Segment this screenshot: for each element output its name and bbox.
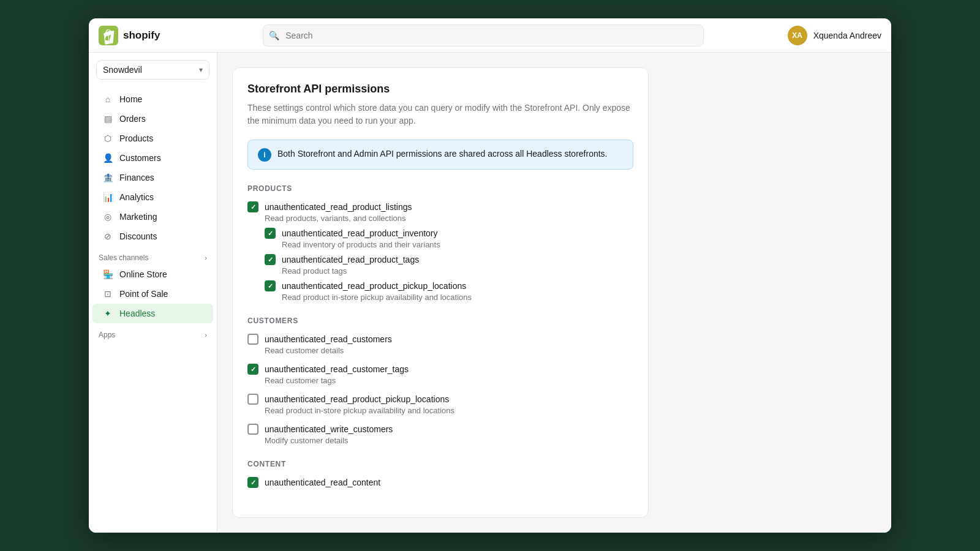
permission-name-read-customer-tags: unauthenticated_read_customer_tags [265,364,409,374]
store-name: Snowdevil [103,65,142,75]
finances-icon: 🏦 [102,172,113,183]
shopify-logo-icon [99,26,118,45]
sidebar-item-analytics[interactable]: 📊 Analytics [92,187,213,207]
sidebar-item-marketing-label: Marketing [119,212,157,222]
sidebar-item-point-of-sale-label: Point of Sale [119,289,168,299]
sidebar-item-online-store-label: Online Store [119,269,167,279]
checkbox-read-product-listings[interactable] [247,201,258,212]
permission-name-read-pickup-customers: unauthenticated_read_product_pickup_loca… [265,394,449,404]
customers-section-title: CUSTOMERS [247,317,633,325]
apps-chevron-icon: › [205,331,207,339]
products-icon: ⬡ [102,133,113,144]
home-icon: ⌂ [102,94,113,105]
logo-area: shopify [99,26,221,45]
content-section-title: CONTENT [247,460,633,468]
headless-icon: ✦ [102,308,113,319]
search-bar[interactable]: 🔍 [263,24,704,47]
permission-sub-read-product-tags: unauthenticated_read_product_tags [265,254,633,265]
pos-icon: ⊡ [102,288,113,299]
permission-name-read-content: unauthenticated_read_content [265,478,380,487]
sidebar-item-analytics-label: Analytics [119,192,154,202]
marketing-icon: ◎ [102,211,113,222]
permission-name-read-product-inventory: unauthenticated_read_product_inventory [282,228,438,238]
sidebar-item-online-store[interactable]: 🏪 Online Store [92,264,213,284]
sidebar-item-point-of-sale[interactable]: ⊡ Point of Sale [92,284,213,304]
permission-name-read-product-pickup: unauthenticated_read_product_pickup_loca… [282,281,466,291]
checkbox-read-product-tags[interactable] [265,254,276,265]
sidebar-item-customers[interactable]: 👤 Customers [92,148,213,168]
permission-desc-read-product-listings: Read products, variants, and collections [265,214,633,223]
checkbox-read-content[interactable] [247,477,258,488]
main-layout: Snowdevil ▾ ⌂ Home ▤ Orders ⬡ Products 👤… [89,53,891,533]
sidebar-item-marketing[interactable]: ◎ Marketing [92,207,213,227]
checkbox-read-product-inventory[interactable] [265,228,276,239]
permission-main-read-product-listings: unauthenticated_read_product_listings [247,201,633,212]
permission-name-read-product-listings: unauthenticated_read_product_listings [265,202,412,212]
info-banner-text: Both Storefront and Admin API permission… [277,148,608,160]
analytics-icon: 📊 [102,192,113,203]
chevron-down-icon: ▾ [199,66,203,74]
info-banner: i Both Storefront and Admin API permissi… [247,140,633,170]
topbar: shopify 🔍 XA Xquenda Andreev [89,18,891,53]
permission-desc-read-product-inventory: Read inventory of products and their var… [282,240,633,249]
permission-desc-read-customer-tags: Read customer tags [265,376,633,385]
permission-item-read-customer-tags: unauthenticated_read_customer_tags Read … [247,364,633,385]
checkbox-read-pickup-customers[interactable] [247,394,258,405]
permission-name-read-customers: unauthenticated_read_customers [265,334,392,344]
permission-desc-read-product-tags: Read product tags [282,266,633,276]
sidebar-item-home-label: Home [119,94,142,104]
sales-channels-chevron-icon: › [205,254,207,261]
sidebar-item-discounts[interactable]: ⊘ Discounts [92,227,213,246]
sales-channels-section-label: Sales channels › [89,246,217,264]
checkbox-read-customers[interactable] [247,334,258,345]
sidebar-item-discounts-label: Discounts [119,231,157,241]
orders-icon: ▤ [102,113,113,124]
avatar[interactable]: XA [788,26,807,45]
products-section-title: PRODUCTS [247,184,633,193]
sidebar-item-finances-label: Finances [119,173,154,182]
store-selector[interactable]: Snowdevil ▾ [96,60,209,80]
card-title: Storefront API permissions [247,83,633,96]
permission-name-write-customers: unauthenticated_write_customers [265,424,393,434]
customers-icon: 👤 [102,152,113,163]
logo-text: shopify [123,29,160,42]
permission-desc-read-pickup-customers: Read product in-store pickup availabilit… [265,406,633,415]
permission-item-write-customers: unauthenticated_write_customers Modify c… [247,424,633,445]
sidebar-item-products[interactable]: ⬡ Products [92,129,213,148]
info-icon: i [258,148,271,162]
sidebar: Snowdevil ▾ ⌂ Home ▤ Orders ⬡ Products 👤… [89,53,217,533]
sidebar-item-customers-label: Customers [119,153,161,163]
apps-section-label: Apps › [89,323,217,342]
sidebar-item-orders[interactable]: ▤ Orders [92,109,213,129]
permission-name-read-product-tags: unauthenticated_read_product_tags [282,255,419,264]
username: Xquenda Andreev [813,31,881,40]
checkbox-read-customer-tags[interactable] [247,364,258,375]
discounts-icon: ⊘ [102,231,113,242]
sidebar-item-headless[interactable]: ✦ Headless [92,304,213,323]
search-input[interactable] [263,24,704,47]
sidebar-item-headless-label: Headless [119,309,155,318]
content-permissions-group: CONTENT unauthenticated_read_content [247,460,633,488]
search-icon: 🔍 [269,31,279,40]
sidebar-item-products-label: Products [119,133,153,143]
sidebar-item-home[interactable]: ⌂ Home [92,89,213,109]
permission-item-read-pickup-customers: unauthenticated_read_product_pickup_loca… [247,394,633,415]
customers-permissions-group: CUSTOMERS unauthenticated_read_customers… [247,317,633,445]
permission-item-read-customers: unauthenticated_read_customers Read cust… [247,334,633,355]
checkbox-read-product-pickup[interactable] [265,280,276,291]
user-area: XA Xquenda Andreev [788,26,881,45]
permission-sub-read-product-pickup: unauthenticated_read_product_pickup_loca… [265,280,633,291]
sidebar-item-orders-label: Orders [119,114,146,124]
permission-item-read-content: unauthenticated_read_content [247,477,633,488]
permission-desc-read-product-pickup: Read product in-store pickup availabilit… [282,293,633,302]
sidebar-item-finances[interactable]: 🏦 Finances [92,168,213,187]
online-store-icon: 🏪 [102,269,113,280]
permission-sub-read-product-inventory: unauthenticated_read_product_inventory [265,228,633,239]
permission-desc-write-customers: Modify customer details [265,436,633,445]
card-description: These settings control which store data … [247,102,633,127]
permissions-card: Storefront API permissions These setting… [232,67,649,518]
content-area: Storefront API permissions These setting… [217,53,891,533]
permission-desc-read-customers: Read customer details [265,346,633,355]
checkbox-write-customers[interactable] [247,424,258,435]
permission-item-read-product-listings: unauthenticated_read_product_listings Re… [247,201,633,302]
